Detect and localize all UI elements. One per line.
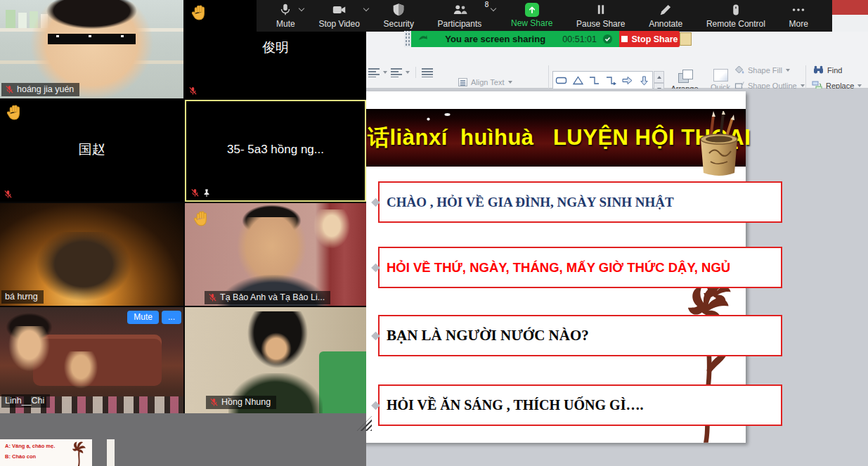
dialog-line-b: B: Chào con [5, 453, 36, 460]
annotation-arrow-icon [417, 34, 428, 44]
raised-hand-icon [192, 210, 210, 231]
participants-label: Participants [438, 19, 482, 29]
new-share-button[interactable]: New Share [505, 0, 558, 32]
slide-textbox-3[interactable]: BẠN LÀ NGƯỜI NƯỚC NÀO? [378, 315, 782, 356]
participant-name: Linh__Chi [5, 396, 44, 406]
chevron-down-icon[interactable] [491, 6, 496, 11]
raised-hand-icon [190, 4, 208, 25]
microphone-icon [278, 2, 293, 18]
participant-video [319, 351, 366, 413]
textbox-1-text: CHÀO , HỎI VỀ GIA ĐÌNH, NGÀY SINH NHẬT [387, 195, 674, 210]
dropdown-arrow-icon [406, 71, 410, 74]
zoom-meeting-toolbar: Mute Stop Video Security 8 Participants … [257, 0, 832, 32]
textbox-2-text: HỎI VỀ THỨ, NGÀY, THÁNG, MẤY GIỜ THỨC DẬ… [387, 260, 730, 276]
participant-name: bá hưng [5, 292, 38, 302]
shape-fill-icon [734, 65, 744, 75]
sparkle-icon [444, 112, 451, 117]
stop-icon [621, 36, 628, 42]
ppt-window-corner [832, 0, 868, 15]
more-button[interactable]: More [784, 0, 814, 32]
mute-participant-button[interactable]: Mute [127, 311, 159, 324]
shape-fill-button[interactable]: Shape Fill [734, 65, 790, 75]
gallery-scroll-up[interactable] [654, 71, 664, 83]
security-button[interactable]: Security [378, 0, 420, 32]
participant-name-label: Linh__Chi [1, 394, 50, 408]
participant-name-label: bá hưng [1, 290, 44, 304]
video-tile-guozhao[interactable]: 国赵 [0, 100, 183, 202]
participant-name: 35- 5a3 hồng ng... [185, 143, 366, 157]
chevron-down-icon[interactable] [298, 6, 304, 11]
mic-muted-icon [190, 188, 200, 198]
video-tile-35-5a3-hong-ng[interactable]: 35- 5a3 hồng ng... [185, 100, 366, 202]
dropdown-arrow-icon [857, 84, 862, 87]
participant-more-button[interactable]: ... [162, 311, 181, 324]
pin-icon [202, 188, 211, 198]
mute-button[interactable]: Mute [271, 0, 301, 32]
find-button[interactable]: Find [813, 65, 842, 75]
camera-icon [331, 2, 348, 18]
participant-video [63, 351, 99, 389]
participant-video [7, 326, 51, 373]
video-tile-ta-bao-anh[interactable]: Tạ Bảo Anh và Tạ Bảo Li... [185, 203, 366, 306]
more-label: More [789, 19, 808, 29]
textbox-3-text: BẠN LÀ NGƯỜI NƯỚC NÀO? [387, 327, 589, 344]
tile-status-icons [4, 190, 13, 199]
screen-sharing-bar: You are screen sharing 00:51:01 [411, 31, 619, 47]
annotate-button[interactable]: Annotate [643, 0, 688, 32]
participant-video [33, 232, 134, 304]
video-gallery: hoáng jia yuén 俊明 国赵 35- 5a3 hồng n [0, 0, 366, 413]
rounded-rectangle-shape-icon [555, 76, 567, 85]
triangle-shape-icon [572, 76, 584, 85]
chevron-down-icon[interactable] [363, 6, 369, 11]
background-window-fragment [680, 32, 692, 46]
remote-control-button[interactable]: Remote Control [701, 0, 771, 32]
brush-pot-image [692, 111, 746, 179]
align-text-label: Align Text [471, 78, 505, 86]
participant-name-label: hoáng jia yuén [1, 83, 79, 96]
pixel-sunglasses [48, 34, 136, 44]
screen: Align Text Convert to SmartArt Paragraph [0, 0, 868, 466]
up-arrow-icon [657, 76, 661, 79]
mic-muted-icon [209, 398, 219, 407]
pause-share-label: Pause Share [576, 19, 625, 29]
right-arrow-shape-icon [621, 76, 633, 85]
share-screen-icon [525, 3, 539, 17]
mic-muted-icon [4, 190, 13, 199]
align-text-button[interactable]: Align Text [458, 78, 512, 86]
video-tile-linh-chi[interactable]: Mute ... Linh__Chi [0, 307, 183, 413]
mic-muted-icon [5, 85, 14, 94]
tile-status-icons [190, 188, 211, 198]
tile-hover-controls: Mute ... [127, 311, 181, 324]
stop-share-button[interactable]: Stop Share [619, 31, 680, 47]
mic-muted-icon [188, 86, 197, 96]
textbox-4-text: HỎI VỀ ĂN SÁNG , THÍCH UỐNG GÌ…. [387, 397, 643, 413]
shield-check-icon [602, 34, 613, 44]
share-bar-drag-handle[interactable] [404, 31, 411, 47]
find-icon [813, 65, 824, 75]
shape-fill-label: Shape Fill [748, 66, 782, 75]
slide-textbox-1[interactable]: CHÀO , HỎI VỀ GIA ĐÌNH, NGÀY SINH NHẬT [378, 181, 782, 223]
stop-video-label: Stop Video [318, 19, 360, 29]
video-tile-ba-hung[interactable]: bá hưng [0, 203, 183, 306]
video-tile-hoang-jia-yuen[interactable]: hoáng jia yuén [0, 0, 183, 98]
remote-control-label: Remote Control [706, 19, 765, 29]
participant-name: 国赵 [0, 140, 183, 158]
list-buttons[interactable] [368, 67, 433, 78]
video-tile-hong-nhung[interactable]: Hồng Nhung [185, 307, 366, 413]
pause-icon [594, 2, 608, 18]
raised-hand-icon [5, 104, 23, 125]
sparkle-icon [426, 117, 431, 122]
annotate-label: Annotate [649, 19, 682, 29]
slide-textbox-2[interactable]: HỎI VỀ THỨ, NGÀY, THÁNG, MẤY GIỜ THỨC DẬ… [378, 247, 782, 288]
pause-share-button[interactable]: Pause Share [571, 0, 630, 32]
stop-video-button[interactable]: Stop Video [313, 0, 365, 32]
participant-video [40, 0, 143, 32]
slide-textbox-4[interactable]: HỎI VỀ ĂN SÁNG , THÍCH UỐNG GÌ…. [378, 384, 782, 426]
elbow-arrow-connector-icon [605, 76, 617, 85]
numbering-icon [391, 67, 402, 77]
participant-name-label: Tạ Bảo Anh và Tạ Bảo Li... [205, 291, 330, 304]
participants-button[interactable]: 8 Participants [432, 0, 493, 32]
participant-name: 俊明 [185, 39, 366, 57]
participant-video [261, 332, 292, 364]
mic-muted-icon [208, 293, 217, 302]
